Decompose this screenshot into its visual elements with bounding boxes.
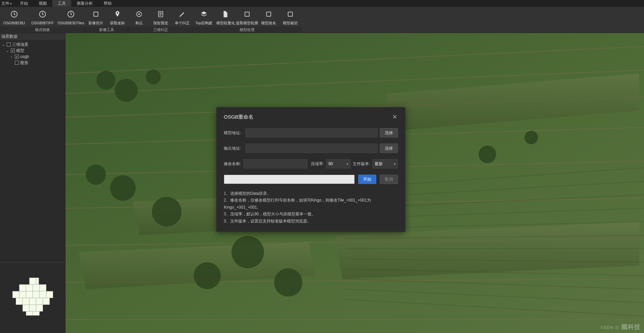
model-light-button[interactable]: 模型轻量化 bbox=[215, 7, 236, 27]
compress-select[interactable]: 90 bbox=[326, 159, 351, 169]
svg-point-44 bbox=[194, 262, 221, 289]
help-line-3: 3、压缩率，默认90，模型大小与原模型基本一致。 bbox=[224, 211, 398, 217]
osgb-to-tiff-button[interactable]: OSGB转TIFF bbox=[28, 7, 57, 27]
help-line-1: 1、选择模型的Data目录。 bbox=[224, 190, 398, 197]
svg-point-6 bbox=[139, 14, 140, 15]
model-path-select-button[interactable]: 选择 bbox=[380, 128, 398, 138]
rename-label: 修改名称: bbox=[224, 161, 241, 167]
watermark-prefix: CSDN @ bbox=[601, 325, 619, 330]
svg-rect-12 bbox=[36, 278, 39, 284]
viewport-3d[interactable]: OSGB重命名 ✕ 模型地址: 选择 输出地址: 选择 修改名称: 压缩率: 9… bbox=[65, 33, 644, 333]
circle-arrow-icon bbox=[66, 10, 75, 19]
model-rename-button[interactable]: 模型改名 bbox=[258, 7, 279, 27]
ribbon-label: 提取模型轮廓 bbox=[236, 21, 258, 26]
tree-osgb[interactable]: › ✓ osgb bbox=[1, 54, 65, 60]
layers-icon bbox=[199, 10, 208, 19]
ribbon-label: 影像切片 bbox=[88, 21, 103, 26]
menu-start[interactable]: 开始 bbox=[15, 0, 33, 7]
menu-bar: 文件 开始 视图 工具 测量分析 帮助 bbox=[0, 0, 644, 7]
menu-tool[interactable]: 工具 bbox=[52, 0, 71, 7]
checkbox[interactable] bbox=[15, 61, 19, 65]
svg-point-39 bbox=[115, 79, 138, 102]
single-correct-button[interactable]: 单个纠正 bbox=[171, 7, 193, 27]
close-icon[interactable]: ✕ bbox=[391, 113, 398, 121]
ribbon-group-label: 模型处理 bbox=[193, 27, 301, 33]
rename-input[interactable] bbox=[243, 159, 307, 169]
tree-label: osgb bbox=[20, 54, 29, 59]
svg-point-38 bbox=[97, 71, 115, 90]
svg-rect-3 bbox=[94, 12, 98, 17]
progress-input bbox=[224, 175, 355, 184]
menu-view[interactable]: 视图 bbox=[33, 0, 52, 7]
menu-help[interactable]: 帮助 bbox=[98, 0, 117, 7]
file-icon bbox=[221, 10, 230, 19]
watermark-text: 國科技 bbox=[621, 324, 641, 330]
ribbon-label: 报告预览 bbox=[153, 21, 168, 26]
report-preview-button[interactable]: 报告预览 bbox=[150, 7, 171, 27]
help-text: 1、选择模型的Data目录。 2、修改名称，仅修改模型行列号前名称，如填写Kin… bbox=[224, 190, 398, 224]
watermark: CSDN @國科技 bbox=[601, 323, 641, 331]
ribbon-label: OSGB转3DTiles bbox=[57, 21, 84, 26]
svg-rect-32 bbox=[33, 311, 39, 315]
square-icon bbox=[243, 10, 251, 19]
svg-rect-8 bbox=[245, 12, 249, 17]
checkbox-checked[interactable]: ✓ bbox=[11, 49, 15, 53]
model-path-input[interactable] bbox=[245, 128, 378, 138]
svg-point-47 bbox=[479, 146, 496, 163]
svg-rect-14 bbox=[26, 284, 33, 291]
version-value: 最新 bbox=[375, 161, 383, 167]
square-icon bbox=[264, 10, 273, 19]
svg-rect-30 bbox=[36, 305, 43, 311]
doc-icon bbox=[156, 10, 165, 19]
ribbon-group-label: 影像工具 bbox=[85, 27, 128, 33]
menu-measure[interactable]: 测量分析 bbox=[71, 0, 98, 7]
ribbon-label: 模型裁切 bbox=[283, 21, 298, 26]
version-select[interactable]: 最新 bbox=[372, 159, 398, 169]
svg-rect-31 bbox=[26, 311, 33, 315]
svg-rect-24 bbox=[23, 298, 29, 305]
ribbon-label: OSGB转TIFF bbox=[31, 21, 54, 26]
osgb-to-3dtiles-button[interactable]: OSGB转3DTiles bbox=[57, 7, 85, 27]
svg-rect-17 bbox=[12, 291, 19, 298]
tree-shape[interactable]: 图形 bbox=[1, 60, 65, 66]
svg-rect-9 bbox=[267, 12, 271, 17]
cancel-button[interactable]: 取消 bbox=[380, 175, 398, 184]
ribbon-group-label: 三维纠正 bbox=[128, 27, 193, 33]
svg-rect-23 bbox=[16, 298, 23, 305]
checkbox[interactable] bbox=[7, 42, 11, 47]
svg-point-45 bbox=[232, 236, 264, 268]
ribbon-label: OSGB转OBJ bbox=[3, 21, 25, 26]
ribbon-label: 模型轻量化 bbox=[216, 21, 235, 26]
svg-rect-19 bbox=[26, 291, 33, 298]
tree-label: 图形 bbox=[20, 60, 28, 66]
model-crop-button[interactable]: 模型裁切 bbox=[279, 7, 301, 27]
tree-model[interactable]: ⌄ ✓ 模型 bbox=[1, 48, 65, 54]
osgb-rename-dialog: OSGB重命名 ✕ 模型地址: 选择 输出地址: 选择 修改名称: 压缩率: 9… bbox=[216, 107, 405, 232]
ribbon-toolbar: OSGB转OBJOSGB转TIFFOSGB转3DTiles格式转换影像切片获取坐… bbox=[0, 7, 644, 33]
output-path-select-button[interactable]: 选择 bbox=[380, 144, 398, 153]
scene-tree: ⌄ 三维场景 ⌄ ✓ 模型 › ✓ osgb 图形 bbox=[0, 40, 65, 66]
ribbon-group-label: 格式转换 bbox=[0, 27, 85, 33]
tree-label: 三维场景 bbox=[12, 42, 28, 48]
svg-rect-21 bbox=[39, 291, 46, 298]
extract-outline-button[interactable]: 提取模型轮廓 bbox=[236, 7, 258, 27]
get-coord-button[interactable]: 获取坐标 bbox=[107, 7, 128, 27]
svg-point-41 bbox=[86, 164, 106, 185]
ribbon-label: 模型改名 bbox=[261, 21, 276, 26]
svg-point-46 bbox=[274, 268, 302, 297]
top-build-button[interactable]: Top层构建 bbox=[193, 7, 215, 27]
svg-rect-11 bbox=[29, 278, 36, 284]
prick-button[interactable]: 刺点 bbox=[128, 7, 150, 27]
image-slice-button[interactable]: 影像切片 bbox=[85, 7, 107, 27]
start-button[interactable]: 开始 bbox=[358, 175, 376, 184]
menu-file[interactable]: 文件 bbox=[0, 0, 15, 7]
svg-point-42 bbox=[110, 175, 136, 201]
side-panel: 场景数据 ⌄ 三维场景 ⌄ ✓ 模型 › ✓ osgb 图形 bbox=[0, 33, 65, 333]
output-path-input[interactable] bbox=[245, 144, 378, 153]
dialog-title: OSGB重命名 bbox=[224, 114, 253, 120]
osgb-to-obj-button[interactable]: OSGB转OBJ bbox=[0, 7, 28, 27]
svg-rect-26 bbox=[36, 298, 43, 305]
tree-root[interactable]: ⌄ 三维场景 bbox=[1, 41, 65, 48]
checkbox-checked[interactable]: ✓ bbox=[15, 55, 19, 59]
minimap bbox=[0, 262, 65, 333]
